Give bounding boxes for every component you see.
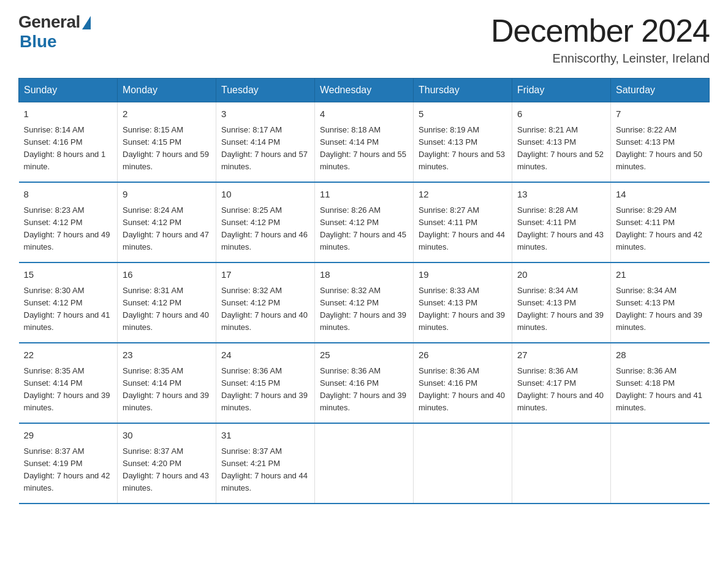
- calendar-cell: 22 Sunrise: 8:35 AMSunset: 4:14 PMDaylig…: [19, 343, 118, 423]
- calendar-cell: 23 Sunrise: 8:35 AMSunset: 4:14 PMDaylig…: [118, 343, 216, 423]
- calendar-cell: 2 Sunrise: 8:15 AMSunset: 4:15 PMDayligh…: [118, 102, 216, 183]
- day-info: Sunrise: 8:29 AMSunset: 4:11 PMDaylight:…: [616, 205, 702, 251]
- day-number: 27: [517, 348, 605, 362]
- day-info: Sunrise: 8:37 AMSunset: 4:21 PMDaylight:…: [221, 446, 308, 492]
- day-info: Sunrise: 8:37 AMSunset: 4:19 PMDaylight:…: [24, 446, 110, 492]
- day-number: 4: [320, 107, 408, 121]
- calendar-cell: 6 Sunrise: 8:21 AMSunset: 4:13 PMDayligh…: [512, 102, 611, 183]
- day-info: Sunrise: 8:22 AMSunset: 4:13 PMDaylight:…: [616, 125, 702, 171]
- day-number: 21: [616, 268, 705, 282]
- day-number: 11: [320, 188, 408, 202]
- calendar-cell: 9 Sunrise: 8:24 AMSunset: 4:12 PMDayligh…: [118, 182, 216, 262]
- day-info: Sunrise: 8:32 AMSunset: 4:12 PMDaylight:…: [221, 286, 308, 332]
- day-info: Sunrise: 8:14 AMSunset: 4:16 PMDaylight:…: [24, 125, 106, 171]
- day-number: 25: [320, 348, 408, 362]
- day-info: Sunrise: 8:18 AMSunset: 4:14 PMDaylight:…: [320, 125, 406, 171]
- day-info: Sunrise: 8:37 AMSunset: 4:20 PMDaylight:…: [123, 446, 209, 492]
- calendar-week-row: 22 Sunrise: 8:35 AMSunset: 4:14 PMDaylig…: [19, 343, 710, 423]
- calendar-cell: 1 Sunrise: 8:14 AMSunset: 4:16 PMDayligh…: [19, 102, 118, 183]
- calendar-cell: 7 Sunrise: 8:22 AMSunset: 4:13 PMDayligh…: [611, 102, 710, 183]
- calendar-cell: 13 Sunrise: 8:28 AMSunset: 4:11 PMDaylig…: [512, 182, 611, 262]
- day-number: 9: [123, 188, 211, 202]
- weekday-header-sunday: Sunday: [19, 79, 118, 102]
- calendar-cell: 28 Sunrise: 8:36 AMSunset: 4:18 PMDaylig…: [611, 343, 710, 423]
- calendar-cell: [512, 423, 611, 504]
- calendar-cell: 25 Sunrise: 8:36 AMSunset: 4:16 PMDaylig…: [315, 343, 414, 423]
- day-number: 23: [123, 348, 211, 362]
- weekday-header-saturday: Saturday: [611, 79, 710, 102]
- day-info: Sunrise: 8:17 AMSunset: 4:14 PMDaylight:…: [221, 125, 308, 171]
- calendar-cell: 11 Sunrise: 8:26 AMSunset: 4:12 PMDaylig…: [315, 182, 414, 262]
- day-number: 24: [221, 348, 309, 362]
- day-number: 7: [616, 107, 705, 121]
- day-number: 2: [123, 107, 211, 121]
- calendar-cell: 10 Sunrise: 8:25 AMSunset: 4:12 PMDaylig…: [216, 182, 315, 262]
- calendar-cell: 24 Sunrise: 8:36 AMSunset: 4:15 PMDaylig…: [216, 343, 315, 423]
- day-number: 17: [221, 268, 309, 282]
- day-info: Sunrise: 8:36 AMSunset: 4:18 PMDaylight:…: [616, 366, 702, 412]
- weekday-header-wednesday: Wednesday: [315, 79, 414, 102]
- day-number: 3: [221, 107, 309, 121]
- day-info: Sunrise: 8:23 AMSunset: 4:12 PMDaylight:…: [24, 205, 110, 251]
- day-number: 22: [24, 348, 113, 362]
- calendar-cell: 16 Sunrise: 8:31 AMSunset: 4:12 PMDaylig…: [118, 262, 216, 343]
- calendar-cell: 29 Sunrise: 8:37 AMSunset: 4:19 PMDaylig…: [19, 423, 118, 504]
- day-info: Sunrise: 8:19 AMSunset: 4:13 PMDaylight:…: [419, 125, 505, 171]
- day-number: 12: [419, 188, 507, 202]
- day-info: Sunrise: 8:27 AMSunset: 4:11 PMDaylight:…: [419, 205, 505, 251]
- calendar-table: SundayMondayTuesdayWednesdayThursdayFrid…: [18, 78, 710, 504]
- logo: General Blue: [18, 12, 91, 52]
- day-info: Sunrise: 8:31 AMSunset: 4:12 PMDaylight:…: [123, 286, 209, 332]
- day-info: Sunrise: 8:21 AMSunset: 4:13 PMDaylight:…: [517, 125, 604, 171]
- logo-triangle-icon: [82, 16, 91, 29]
- day-info: Sunrise: 8:36 AMSunset: 4:15 PMDaylight:…: [221, 366, 308, 412]
- day-number: 31: [221, 429, 309, 443]
- day-info: Sunrise: 8:26 AMSunset: 4:12 PMDaylight:…: [320, 205, 406, 251]
- location-title: Enniscorthy, Leinster, Ireland: [491, 52, 710, 66]
- day-number: 13: [517, 188, 605, 202]
- calendar-cell: 19 Sunrise: 8:33 AMSunset: 4:13 PMDaylig…: [414, 262, 512, 343]
- logo-blue-text: Blue: [20, 32, 57, 52]
- day-number: 10: [221, 188, 309, 202]
- day-number: 15: [24, 268, 113, 282]
- day-number: 1: [24, 107, 113, 121]
- day-number: 14: [616, 188, 705, 202]
- calendar-cell: 12 Sunrise: 8:27 AMSunset: 4:11 PMDaylig…: [414, 182, 512, 262]
- calendar-cell: 21 Sunrise: 8:34 AMSunset: 4:13 PMDaylig…: [611, 262, 710, 343]
- day-number: 19: [419, 268, 507, 282]
- day-info: Sunrise: 8:36 AMSunset: 4:17 PMDaylight:…: [517, 366, 604, 412]
- month-title: December 2024: [491, 12, 710, 49]
- calendar-cell: [611, 423, 710, 504]
- calendar-cell: 20 Sunrise: 8:34 AMSunset: 4:13 PMDaylig…: [512, 262, 611, 343]
- day-number: 16: [123, 268, 211, 282]
- day-info: Sunrise: 8:35 AMSunset: 4:14 PMDaylight:…: [123, 366, 209, 412]
- calendar-cell: 3 Sunrise: 8:17 AMSunset: 4:14 PMDayligh…: [216, 102, 315, 183]
- day-info: Sunrise: 8:30 AMSunset: 4:12 PMDaylight:…: [24, 286, 110, 332]
- weekday-header-thursday: Thursday: [414, 79, 512, 102]
- day-info: Sunrise: 8:34 AMSunset: 4:13 PMDaylight:…: [616, 286, 702, 332]
- calendar-cell: 27 Sunrise: 8:36 AMSunset: 4:17 PMDaylig…: [512, 343, 611, 423]
- calendar-cell: 30 Sunrise: 8:37 AMSunset: 4:20 PMDaylig…: [118, 423, 216, 504]
- day-number: 8: [24, 188, 113, 202]
- day-number: 30: [123, 429, 211, 443]
- day-info: Sunrise: 8:28 AMSunset: 4:11 PMDaylight:…: [517, 205, 604, 251]
- day-info: Sunrise: 8:24 AMSunset: 4:12 PMDaylight:…: [123, 205, 209, 251]
- day-number: 26: [419, 348, 507, 362]
- calendar-cell: 18 Sunrise: 8:32 AMSunset: 4:12 PMDaylig…: [315, 262, 414, 343]
- day-number: 28: [616, 348, 705, 362]
- calendar-cell: 31 Sunrise: 8:37 AMSunset: 4:21 PMDaylig…: [216, 423, 315, 504]
- day-info: Sunrise: 8:25 AMSunset: 4:12 PMDaylight:…: [221, 205, 308, 251]
- calendar-week-row: 15 Sunrise: 8:30 AMSunset: 4:12 PMDaylig…: [19, 262, 710, 343]
- calendar-cell: 4 Sunrise: 8:18 AMSunset: 4:14 PMDayligh…: [315, 102, 414, 183]
- weekday-header-monday: Monday: [118, 79, 216, 102]
- day-info: Sunrise: 8:32 AMSunset: 4:12 PMDaylight:…: [320, 286, 406, 332]
- day-info: Sunrise: 8:34 AMSunset: 4:13 PMDaylight:…: [517, 286, 604, 332]
- calendar-week-row: 1 Sunrise: 8:14 AMSunset: 4:16 PMDayligh…: [19, 102, 710, 183]
- calendar-cell: 17 Sunrise: 8:32 AMSunset: 4:12 PMDaylig…: [216, 262, 315, 343]
- calendar-week-row: 29 Sunrise: 8:37 AMSunset: 4:19 PMDaylig…: [19, 423, 710, 504]
- day-info: Sunrise: 8:36 AMSunset: 4:16 PMDaylight:…: [320, 366, 406, 412]
- calendar-cell: [414, 423, 512, 504]
- weekday-header-row: SundayMondayTuesdayWednesdayThursdayFrid…: [19, 79, 710, 102]
- calendar-week-row: 8 Sunrise: 8:23 AMSunset: 4:12 PMDayligh…: [19, 182, 710, 262]
- day-number: 29: [24, 429, 113, 443]
